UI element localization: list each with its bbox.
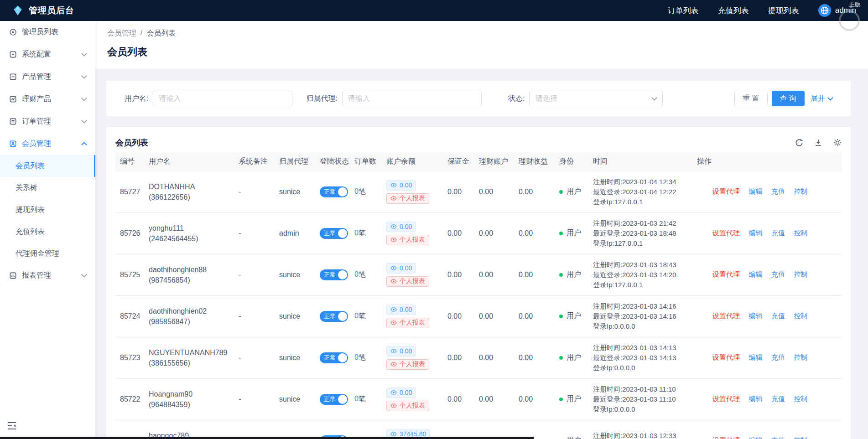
register-time: 注册时间:2023-01-03 18:43	[593, 260, 688, 270]
set-agent-link[interactable]: 设置代理	[712, 353, 740, 361]
chevron-down-icon	[81, 272, 87, 278]
main-content: 会员管理 / 会员列表 会员列表 用户名: 归属代理: 状态: 请选择	[95, 21, 868, 439]
sidebar-subitem-member-list[interactable]: 会员列表	[0, 155, 95, 177]
sidebar-item-report-manage[interactable]: 报表管理	[0, 264, 95, 287]
agent-input[interactable]	[342, 91, 482, 106]
edit-link[interactable]: 编辑	[748, 312, 762, 320]
balance-badge[interactable]: 0.00	[386, 305, 416, 315]
edit-link[interactable]: 编辑	[748, 395, 762, 403]
finance-account-value: 0.00	[479, 312, 493, 320]
recharge-link[interactable]: 充值	[771, 436, 785, 439]
sidebar-subitem-withdraw-list[interactable]: 提现列表	[0, 199, 95, 221]
reset-button[interactable]: 重 置	[734, 91, 767, 106]
table-header-row: 编号 用户名 系统备注 归属代理 登陆状态 订单数 账户余额 保证金 理财账户 …	[115, 153, 842, 171]
edit-link[interactable]: 编辑	[748, 353, 762, 361]
member-agent: sunice	[279, 188, 300, 196]
sidebar-item-admin-list[interactable]: 管理员列表	[0, 21, 95, 43]
eye-icon	[390, 182, 397, 188]
recharge-link[interactable]: 充值	[771, 353, 785, 361]
control-link[interactable]: 控制	[794, 229, 807, 237]
recharge-link[interactable]: 充值	[771, 229, 785, 237]
personal-report-badge[interactable]: 个人报表	[386, 359, 429, 370]
collapse-sidebar-icon[interactable]	[7, 422, 16, 432]
balance-badge[interactable]: 0.00	[386, 222, 416, 232]
sidebar-subitem-recharge-list[interactable]: 充值列表	[0, 221, 95, 243]
edit-link[interactable]: 编辑	[748, 187, 762, 195]
expand-filters-link[interactable]: 展开	[811, 94, 832, 103]
personal-report-badge[interactable]: 个人报表	[386, 276, 429, 287]
refresh-icon[interactable]	[795, 139, 803, 147]
set-agent-link[interactable]: 设置代理	[712, 312, 740, 320]
register-time: 注册时间:2023-01-04 12:34	[593, 177, 688, 187]
member-agent: sunice	[279, 354, 300, 362]
identity-status-dot	[559, 273, 563, 277]
status-select[interactable]: 请选择	[529, 91, 663, 106]
set-agent-link[interactable]: 设置代理	[712, 270, 740, 278]
control-link[interactable]: 控制	[794, 395, 807, 403]
control-link[interactable]: 控制	[794, 187, 807, 195]
settings-gear-icon[interactable]	[833, 139, 842, 147]
set-agent-link[interactable]: 设置代理	[712, 436, 740, 439]
set-agent-link[interactable]: 设置代理	[712, 187, 740, 195]
login-status-toggle[interactable]: 正常	[320, 269, 348, 280]
table-row: 85721 baongoc789 (89414665) - sunice 正常 …	[115, 420, 842, 439]
sidebar-subitem-label: 关系树	[16, 183, 37, 193]
sidebar-item-label: 管理员列表	[22, 27, 58, 37]
sidebar-item-order-manage[interactable]: 订单管理	[0, 110, 95, 133]
system-note: -	[239, 188, 241, 196]
balance-badge[interactable]: 0.00	[386, 180, 416, 191]
login-status-toggle[interactable]: 正常	[320, 394, 348, 405]
control-link[interactable]: 控制	[794, 353, 807, 361]
col-time: 时间	[588, 153, 692, 171]
personal-report-badge[interactable]: 个人报表	[386, 235, 429, 245]
set-agent-link[interactable]: 设置代理	[712, 395, 740, 403]
edit-link[interactable]: 编辑	[748, 229, 762, 237]
export-icon[interactable]	[814, 139, 822, 147]
identity-label: 用户	[567, 436, 581, 439]
nav-order-list[interactable]: 订单列表	[668, 5, 699, 16]
login-status-toggle[interactable]: 正常	[320, 352, 348, 363]
control-link[interactable]: 控制	[794, 436, 807, 439]
recharge-link[interactable]: 充值	[771, 395, 785, 403]
balance-badge[interactable]: 0.00	[386, 263, 416, 274]
sidebar-subitem-agent-commission[interactable]: 代理佣金管理	[0, 243, 95, 264]
top-navbar: 管理员后台 订单列表 充值列表 提现列表 admin 正版	[0, 0, 868, 21]
eye-icon	[390, 265, 397, 271]
eye-icon	[390, 361, 397, 367]
control-link[interactable]: 控制	[794, 312, 807, 320]
balance-badge[interactable]: 0.00	[386, 387, 416, 398]
recharge-link[interactable]: 充值	[771, 312, 785, 320]
member-id: 85726	[120, 229, 140, 237]
edit-link[interactable]: 编辑	[748, 436, 762, 439]
personal-report-badge[interactable]: 个人报表	[386, 193, 429, 204]
finance-profit-value: 0.00	[519, 395, 533, 403]
breadcrumb-member-manage[interactable]: 会员管理	[107, 29, 136, 38]
sidebar-item-wealth-product[interactable]: 理财产品	[0, 88, 95, 110]
member-account: (386122656)	[149, 192, 229, 202]
balance-badge[interactable]: 0.00	[386, 346, 416, 356]
col-id: 编号	[115, 153, 144, 171]
chevron-down-icon	[827, 95, 833, 101]
login-status-toggle[interactable]: 正常	[320, 228, 348, 239]
app-logo-icon	[12, 5, 24, 16]
sidebar-item-system-config[interactable]: 系统配置	[0, 43, 95, 66]
recharge-link[interactable]: 充值	[771, 187, 785, 195]
set-agent-link[interactable]: 设置代理	[712, 229, 740, 237]
sidebar-subitem-relation-tree[interactable]: 关系树	[0, 177, 95, 199]
margin-value: 0.00	[447, 188, 462, 196]
personal-report-badge[interactable]: 个人报表	[386, 318, 429, 328]
username-input[interactable]	[153, 91, 292, 106]
sidebar-item-member-manage[interactable]: 会员管理	[0, 133, 95, 155]
search-button[interactable]: 查 询	[772, 91, 805, 106]
login-status-toggle[interactable]: 正常	[320, 186, 348, 197]
sidebar-item-product-manage[interactable]: 产品管理	[0, 66, 95, 88]
recharge-link[interactable]: 充值	[771, 270, 785, 278]
personal-report-badge[interactable]: 个人报表	[386, 401, 429, 411]
edit-link[interactable]: 编辑	[748, 270, 762, 278]
control-link[interactable]: 控制	[794, 270, 807, 278]
personal-report-label: 个人报表	[400, 360, 425, 368]
member-id: 85724	[120, 312, 140, 320]
nav-withdraw-list[interactable]: 提现列表	[768, 5, 799, 16]
nav-recharge-list[interactable]: 充值列表	[718, 5, 749, 16]
login-status-toggle[interactable]: 正常	[320, 311, 348, 322]
